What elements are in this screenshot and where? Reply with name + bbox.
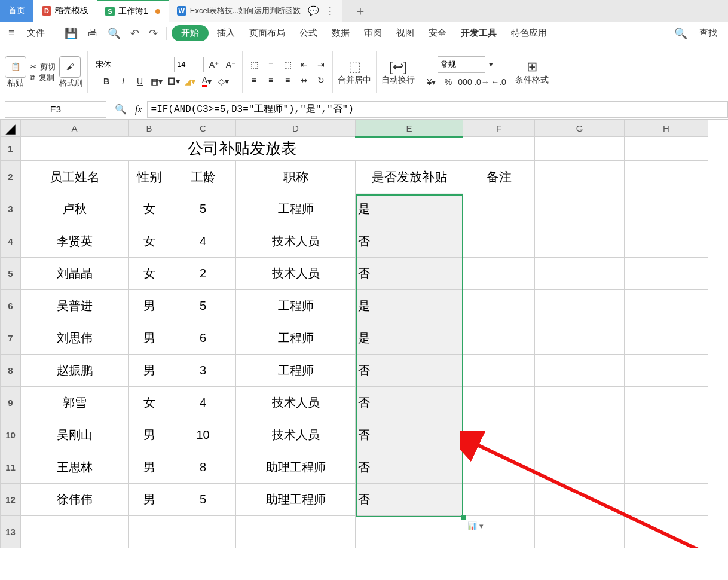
cell-D8[interactable]: 工程师 [236, 355, 356, 387]
cond-format-button[interactable]: ⊞ 条件格式 [515, 59, 549, 86]
cell-F4[interactable] [463, 225, 535, 258]
tab-help[interactable]: W Excel表格技...如何运用判断函数 💬 ⋮ [169, 0, 343, 22]
rowhdr-3[interactable]: 3 [1, 193, 21, 225]
menu-data[interactable]: 数据 [326, 25, 356, 41]
rowhdr-4[interactable]: 4 [1, 225, 21, 258]
cell-E11[interactable]: 否 [356, 451, 463, 484]
font-grow-icon[interactable]: A⁺ [207, 58, 221, 71]
cell-A12[interactable]: 徐伟伟 [21, 484, 129, 516]
indent-inc-icon[interactable]: ⇥ [314, 58, 328, 71]
rowhdr-9[interactable]: 9 [1, 387, 21, 419]
cell-C8[interactable]: 3 [170, 355, 236, 387]
rowhdr-12[interactable]: 12 [1, 484, 21, 516]
menu-view[interactable]: 视图 [390, 25, 420, 41]
cell-E10[interactable]: 否 [356, 419, 463, 451]
cell-C2[interactable]: 工龄 [170, 161, 236, 193]
rowhdr-5[interactable]: 5 [1, 258, 21, 290]
cell-A8[interactable]: 赵振鹏 [21, 355, 129, 387]
name-box[interactable] [5, 101, 106, 118]
tab-add-button[interactable]: ＋ [342, 3, 378, 19]
cell-D12[interactable]: 助理工程师 [236, 484, 356, 516]
number-format-select[interactable] [438, 56, 485, 73]
cell-A5[interactable]: 刘晶晶 [21, 258, 129, 290]
align-bot-icon[interactable]: ⬚ [281, 58, 294, 71]
cut-button[interactable]: 剪切 [40, 62, 56, 72]
rowhdr-8[interactable]: 8 [1, 355, 21, 387]
fx-zoom-icon[interactable]: 🔍 [111, 103, 130, 115]
cell-E12[interactable]: 否 [356, 484, 463, 516]
colhdr-A[interactable]: A [21, 120, 129, 137]
cell-B12[interactable]: 男 [129, 484, 170, 516]
cell-F9[interactable] [463, 387, 535, 419]
cell-C10[interactable]: 10 [170, 419, 236, 451]
cell-D9[interactable]: 技术人员 [236, 387, 356, 419]
align-top-icon[interactable]: ⬚ [247, 58, 261, 71]
align-left-icon[interactable]: ≡ [247, 74, 261, 87]
cell-B6[interactable]: 男 [129, 290, 170, 322]
align-mid-icon[interactable]: ≡ [264, 58, 277, 71]
cell-C12[interactable]: 5 [170, 484, 236, 516]
cell-C7[interactable]: 6 [170, 322, 236, 355]
cell-F6[interactable] [463, 290, 535, 322]
tab-sheet[interactable]: S 工作簿1 [97, 0, 169, 22]
menu-start[interactable]: 开始 [172, 25, 209, 41]
cell-D6[interactable]: 工程师 [236, 290, 356, 322]
clear-format-button[interactable]: ◇▾ [217, 75, 230, 88]
cell-F3[interactable] [463, 193, 535, 225]
cell-E3[interactable]: 是 [356, 193, 463, 225]
border-button[interactable]: ▦▾ [150, 75, 163, 88]
search-icon[interactable]: 🔍 [671, 25, 691, 42]
menu-formula[interactable]: 公式 [293, 25, 323, 41]
cell-E6[interactable]: 是 [356, 290, 463, 322]
cell-C4[interactable]: 4 [170, 225, 236, 258]
colhdr-E[interactable]: E [356, 120, 463, 137]
cell-A7[interactable]: 刘思伟 [21, 322, 129, 355]
cell-B10[interactable]: 男 [129, 419, 170, 451]
font-color-button[interactable]: A▾ [200, 75, 213, 88]
cell-B9[interactable]: 女 [129, 387, 170, 419]
colhdr-G[interactable]: G [535, 120, 625, 137]
fx-icon[interactable]: fx [130, 104, 147, 115]
selection-handle[interactable] [461, 515, 466, 520]
cell-D11[interactable]: 助理工程师 [236, 451, 356, 484]
currency-button[interactable]: ¥▾ [425, 75, 438, 88]
cell-E4[interactable]: 否 [356, 225, 463, 258]
cell-B11[interactable]: 男 [129, 451, 170, 484]
cell-E8[interactable]: 否 [356, 355, 463, 387]
colhdr-F[interactable]: F [463, 120, 535, 137]
cell-F2[interactable]: 备注 [463, 161, 535, 193]
cell-C9[interactable]: 4 [170, 387, 236, 419]
cell-C11[interactable]: 8 [170, 451, 236, 484]
cell-F11[interactable] [463, 451, 535, 484]
underline-button[interactable]: U [133, 75, 146, 88]
align-center-icon[interactable]: ≡ [264, 74, 277, 87]
menu-dev[interactable]: 开发工具 [455, 25, 503, 41]
rowhdr-6[interactable]: 6 [1, 290, 21, 322]
colhdr-D[interactable]: D [236, 120, 356, 137]
fill-color-button[interactable]: 🞐▾ [167, 75, 180, 88]
merge-across-icon[interactable]: ⬌ [298, 74, 311, 87]
cell-A3[interactable]: 卢秋 [21, 193, 129, 225]
cell-D3[interactable]: 工程师 [236, 193, 356, 225]
undo-icon[interactable]: ↶ [127, 25, 143, 42]
font-name-select[interactable] [93, 57, 170, 72]
preview-icon[interactable]: 🔍 [104, 25, 124, 42]
rowhdr-13[interactable]: 13 [1, 516, 21, 548]
rowhdr-2[interactable]: 2 [1, 161, 21, 193]
cell-F5[interactable] [463, 258, 535, 290]
font-size-select[interactable] [174, 57, 204, 72]
cell-B5[interactable]: 女 [129, 258, 170, 290]
rowhdr-7[interactable]: 7 [1, 322, 21, 355]
colhdr-C[interactable]: C [170, 120, 236, 137]
cell-A4[interactable]: 李贤英 [21, 225, 129, 258]
cell-B3[interactable]: 女 [129, 193, 170, 225]
cell-E9[interactable]: 否 [356, 387, 463, 419]
font-shrink-icon[interactable]: A⁻ [224, 58, 237, 71]
percent-button[interactable]: % [442, 75, 455, 88]
cell-F7[interactable] [463, 322, 535, 355]
align-right-icon[interactable]: ≡ [281, 74, 294, 87]
cell-title[interactable]: 公司补贴发放表 [21, 137, 463, 161]
cell-E7[interactable]: 是 [356, 322, 463, 355]
wrap-text-button[interactable]: [↩] 自动换行 [381, 59, 415, 86]
format-painter-button[interactable]: 🖌 [59, 56, 81, 78]
